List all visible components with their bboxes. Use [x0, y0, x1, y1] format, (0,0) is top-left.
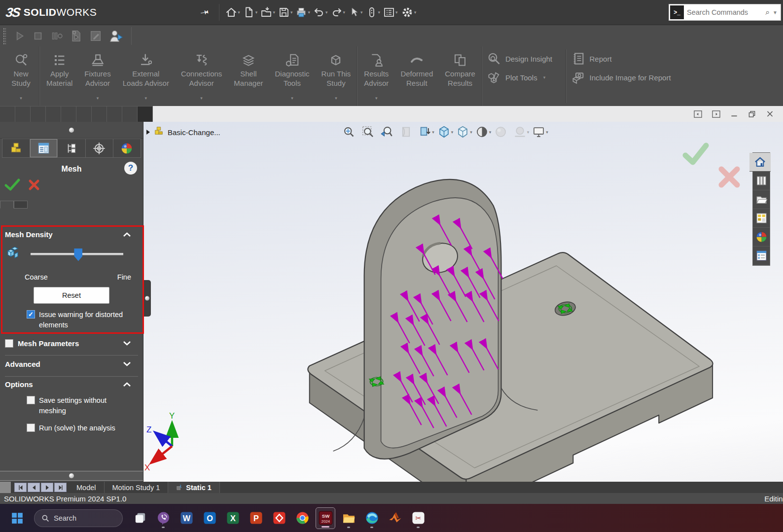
- connections-advisor-button[interactable]: ConnectionsAdvisor▾: [175, 46, 228, 106]
- ok-button[interactable]: [4, 178, 21, 194]
- plot-tools-button[interactable]: Plot Tools▾: [487, 69, 561, 86]
- menu-view[interactable]: [131, 9, 144, 15]
- apply-material-button[interactable]: ApplyMaterial▾: [40, 46, 78, 106]
- chevron-up-icon[interactable]: [123, 232, 131, 237]
- model-viewport[interactable]: Y Z X: [143, 122, 783, 482]
- open-button[interactable]: ▾: [259, 5, 276, 20]
- search-icon[interactable]: ⌕: [765, 8, 770, 17]
- deformed-result-button[interactable]: DeformedResult▾: [394, 46, 439, 106]
- outlook-app[interactable]: O: [200, 507, 219, 529]
- user-account-button[interactable]: [106, 28, 126, 44]
- panel-bottom-splitter[interactable]: [0, 471, 143, 481]
- viber-app[interactable]: [153, 507, 173, 529]
- task-view-button[interactable]: [130, 507, 150, 529]
- model-tab[interactable]: Model: [69, 482, 105, 493]
- print-button[interactable]: ▾: [294, 5, 311, 20]
- taskpane-custom-properties-button[interactable]: [753, 247, 770, 265]
- undo-button[interactable]: ▾: [312, 5, 329, 20]
- save-settings-checkbox[interactable]: [27, 396, 35, 404]
- play-button[interactable]: [10, 29, 29, 43]
- shell-manager-button[interactable]: ShellManager▾: [228, 46, 269, 106]
- pm-tab-definition[interactable]: [0, 201, 14, 209]
- taskbar-search[interactable]: Search: [34, 509, 123, 527]
- excel-app[interactable]: X: [223, 507, 243, 529]
- mesh-parameters-header[interactable]: Mesh Parameters: [5, 339, 138, 348]
- minimize-icon[interactable]: [730, 110, 738, 118]
- menu-tools[interactable]: [157, 9, 170, 15]
- fixtures-advisor-button[interactable]: FixturesAdvisor▾: [78, 46, 116, 106]
- help-icon[interactable]: ?: [124, 162, 137, 175]
- confirm-ok-icon[interactable]: [681, 142, 710, 168]
- panel-top-splitter[interactable]: [0, 122, 143, 139]
- edge-app[interactable]: [362, 507, 382, 529]
- chrome-app[interactable]: [292, 507, 312, 529]
- menu-file[interactable]: [106, 9, 118, 15]
- tab-scroll-first-button[interactable]: [14, 483, 27, 492]
- results-advisor-button[interactable]: ResultsAdvisor▾: [358, 46, 394, 106]
- diagnostic-tools-button[interactable]: DiagnosticTools▾: [269, 46, 316, 106]
- confirm-cancel-icon[interactable]: [717, 165, 741, 191]
- tab-simulation[interactable]: [138, 106, 153, 122]
- new-document-button[interactable]: ▾: [242, 5, 259, 20]
- new-study-button[interactable]: NewStudy▾: [3, 46, 39, 106]
- save-button[interactable]: ▾: [277, 5, 294, 20]
- pin-icon[interactable]: 📌︎: [198, 5, 212, 19]
- tab-macrotest[interactable]: [31, 106, 46, 122]
- chevron-down-icon[interactable]: [123, 341, 131, 346]
- edit-macro-button[interactable]: [86, 28, 106, 44]
- taskpane-home-button[interactable]: [749, 153, 771, 172]
- stop-button[interactable]: [29, 29, 47, 43]
- pause-record-button[interactable]: [47, 29, 66, 43]
- close-icon[interactable]: [766, 110, 774, 118]
- word-app[interactable]: W: [177, 507, 196, 529]
- run-this-study-button[interactable]: Run ThisStudy▾: [316, 46, 357, 106]
- issue-warning-checkbox[interactable]: ✓: [27, 310, 35, 319]
- tab-scroll-prev-button[interactable]: [28, 483, 40, 492]
- advanced-header[interactable]: Advanced: [5, 360, 138, 368]
- taskpane-appearances-button[interactable]: [753, 228, 770, 247]
- redo-button[interactable]: ▾: [330, 5, 347, 20]
- run-macro-button[interactable]: [66, 28, 86, 44]
- options-button[interactable]: ▾: [400, 4, 418, 20]
- splitter-corner[interactable]: [0, 482, 11, 493]
- taskpane-resources-button[interactable]: [753, 172, 770, 190]
- mesh-parameters-checkbox[interactable]: [5, 339, 13, 348]
- tab-weldments[interactable]: [92, 106, 107, 122]
- snipping-tool-app[interactable]: ✂: [408, 507, 428, 529]
- menu-simulation[interactable]: [170, 9, 182, 15]
- tab-sheet-metal[interactable]: [76, 106, 92, 122]
- options-header[interactable]: Options: [5, 380, 138, 389]
- mesh-density-header[interactable]: Mesh Density: [5, 230, 138, 239]
- home-button[interactable]: ▾: [224, 5, 241, 20]
- property-manager-tab[interactable]: [30, 139, 58, 157]
- tab-surfaces[interactable]: [46, 106, 61, 122]
- tab-scroll-last-button[interactable]: [54, 483, 67, 492]
- dimxpert-manager-tab[interactable]: [86, 139, 113, 157]
- tab-sketch[interactable]: [15, 106, 31, 122]
- chevron-up-icon[interactable]: [123, 382, 131, 387]
- mouse-gestures-button[interactable]: ▾: [365, 5, 382, 20]
- static-study-tab[interactable]: Static 1: [168, 482, 220, 493]
- taskpane-palette-button[interactable]: [753, 209, 770, 228]
- matlab-app[interactable]: [385, 507, 405, 529]
- configuration-manager-tab[interactable]: [58, 139, 85, 157]
- menu-window[interactable]: [182, 9, 195, 15]
- chevron-down-icon[interactable]: ▼: [773, 10, 780, 15]
- menu-edit[interactable]: [118, 9, 131, 15]
- tab-features[interactable]: [0, 106, 15, 122]
- display-pane-button[interactable]: ▾: [382, 5, 399, 20]
- red-diamond-app[interactable]: [269, 507, 289, 529]
- toolbar-grip[interactable]: [3, 28, 6, 44]
- tab-solidworks-add-ins[interactable]: [61, 106, 76, 122]
- motion-study-tab[interactable]: Motion Study 1: [105, 482, 169, 493]
- restore-icon[interactable]: [748, 110, 756, 118]
- feature-manager-tab[interactable]: [2, 139, 30, 157]
- slider-handle[interactable]: [74, 248, 82, 261]
- external-loads-advisor-button[interactable]: ExternalLoads Advisor▾: [117, 46, 175, 106]
- collapse-left-pane-icon[interactable]: [694, 110, 702, 118]
- compare-results-button[interactable]: CompareResults▾: [439, 46, 482, 106]
- search-commands-box[interactable]: >_ ⌕ ▼: [669, 4, 781, 21]
- display-manager-tab[interactable]: [113, 139, 141, 157]
- chevron-down-icon[interactable]: [123, 361, 131, 367]
- search-commands-input[interactable]: [687, 8, 762, 16]
